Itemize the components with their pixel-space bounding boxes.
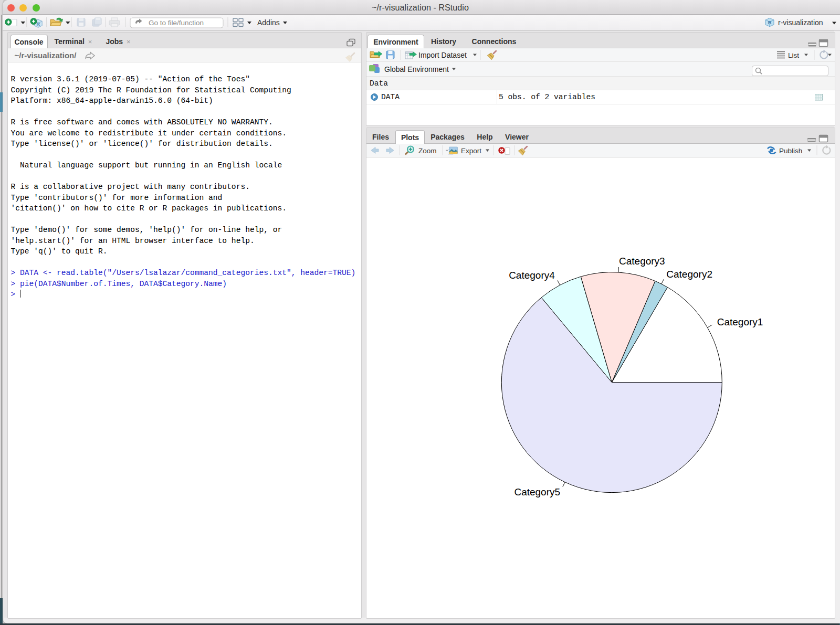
svg-text:Go to file/function: Go to file/function	[149, 19, 204, 27]
svg-text:Export: Export	[461, 147, 481, 155]
svg-text:List: List	[788, 51, 799, 59]
svg-text:r-visualization: r-visualization	[778, 18, 823, 27]
svg-text:Category5: Category5	[514, 486, 560, 497]
svg-text:Category3: Category3	[619, 256, 665, 267]
svg-text:Global Environment: Global Environment	[384, 65, 449, 73]
svg-text:Category1: Category1	[717, 316, 763, 327]
svg-text:Addins: Addins	[257, 18, 280, 27]
svg-text:Zoom: Zoom	[418, 147, 437, 155]
svg-text:R: R	[37, 22, 40, 27]
svg-text:Publish: Publish	[779, 147, 802, 155]
svg-text:Category4: Category4	[509, 270, 555, 281]
svg-text:Import Dataset: Import Dataset	[418, 51, 467, 59]
svg-text:Category2: Category2	[666, 269, 712, 280]
svg-text:R: R	[768, 19, 772, 25]
